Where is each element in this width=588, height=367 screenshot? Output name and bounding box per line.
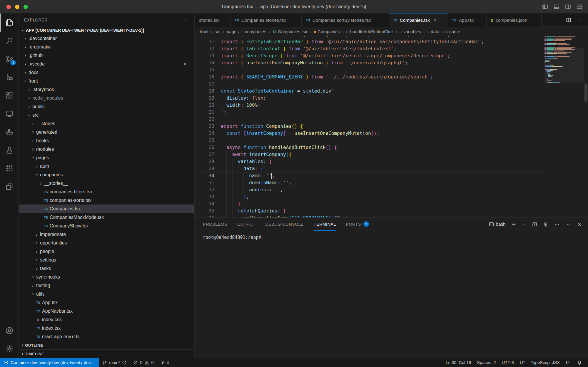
tree-item-utils[interactable]: ›utils — [19, 290, 194, 298]
split-editor-icon[interactable] — [566, 17, 572, 23]
activity-item-layers[interactable] — [0, 177, 19, 196]
activity-item-explorer[interactable] — [0, 14, 19, 32]
customize-layout-icon[interactable] — [576, 4, 583, 10]
tab-app-tsx[interactable]: TSApp.tsx — [448, 14, 487, 27]
close-tab-icon[interactable]: × — [433, 18, 436, 23]
tree-item-github[interactable]: ›.github — [19, 51, 194, 60]
ports-indicator[interactable]: 4 — [157, 358, 172, 367]
tab-companies-stories-tsx[interactable]: TSCompanies.stories.tsx — [230, 14, 302, 27]
toggle-primary-sidebar-icon[interactable] — [542, 4, 548, 10]
split-terminal-icon[interactable] — [532, 222, 537, 227]
close-window-button[interactable] — [6, 5, 11, 9]
tree-item-hooks[interactable]: ›hooks — [19, 136, 194, 145]
breadcrumb-item-front[interactable]: front — [200, 29, 208, 34]
breadcrumb-item-src[interactable]: src — [215, 29, 220, 34]
activity-item-accounts[interactable] — [0, 321, 19, 340]
breadcrumb-item-name[interactable]: □name — [445, 29, 460, 34]
workspace-section-header[interactable]: › APP [CONTAINER DEV-TWENTY-DEV (DEV-TWE… — [19, 26, 194, 34]
tree-item-storybook[interactable]: ›.storybook — [19, 85, 194, 94]
cursor-position[interactable]: Ln 30, Col 19 — [443, 358, 474, 367]
toggle-secondary-sidebar-icon[interactable] — [565, 4, 571, 10]
breadcrumb-item-data[interactable]: □data — [427, 29, 439, 34]
tree-item-tasks[interactable]: ›tasks — [19, 264, 194, 273]
editor-more-actions-icon[interactable] — [577, 17, 583, 23]
activity-item-search[interactable] — [0, 32, 19, 50]
eol-setting[interactable]: LF — [517, 358, 528, 367]
tree-item-vscode[interactable]: ›.vscode — [19, 60, 194, 68]
breadcrumb-item-companies[interactable]: companies — [245, 29, 266, 34]
tab-stories-tsx[interactable]: stories.tsx — [195, 14, 230, 27]
close-panel-icon[interactable] — [577, 222, 582, 227]
tab-companies-json[interactable]: {}companies.json — [487, 14, 542, 27]
tree-item-src[interactable]: ›src — [19, 111, 194, 119]
explorer-more-actions-icon[interactable] — [183, 17, 189, 23]
panel-tab-terminal[interactable]: TERMINAL — [314, 218, 336, 231]
toggle-panel-icon[interactable] — [553, 4, 560, 10]
tree-item-stories[interactable]: ›__stories__ — [19, 179, 194, 187]
tree-item-companyshow-tsx[interactable]: TSCompanyShow.tsx — [19, 222, 194, 230]
tree-item-devcontainer[interactable]: ›.devcontainer — [19, 34, 194, 43]
activity-item-source-control[interactable]: 1 — [0, 50, 19, 68]
activity-item-grid[interactable] — [0, 159, 19, 177]
tree-item-impersonate[interactable]: ›impersonate — [19, 230, 194, 239]
tree-item-index-tsx[interactable]: TSindex.tsx — [19, 324, 194, 332]
problems-indicator[interactable]: 0 0 — [130, 358, 156, 367]
tree-item-settings[interactable]: ›settings — [19, 256, 194, 264]
zoom-window-button[interactable] — [24, 5, 28, 9]
tree-item-generated[interactable]: ›generated — [19, 128, 194, 136]
terminal-instance-bash[interactable]: bash — [489, 222, 505, 227]
breadcrumb-item-companies-tsx[interactable]: TSCompanies.tsx — [272, 29, 307, 34]
tree-item-companies-sorts-tsx[interactable]: TScompanies-sorts.tsx — [19, 196, 194, 205]
title-bar[interactable]: Companies.tsx — app [Container dev-twent… — [0, 0, 588, 14]
notifications-item[interactable] — [574, 358, 585, 367]
tree-item-docs[interactable]: ›docs — [19, 68, 194, 77]
tree-item-react-app-env-d-ts[interactable]: TSreact-app-env.d.ts — [19, 332, 194, 341]
tree-item-sync-hooks[interactable]: ›sync-hooks — [19, 273, 194, 281]
panel-tab-debug-console[interactable]: DEBUG CONSOLE — [265, 218, 303, 231]
new-terminal-icon[interactable] — [511, 222, 517, 227]
panel-more-actions-icon[interactable] — [554, 222, 560, 227]
tree-item-opportunities[interactable]: ›opportunities — [19, 239, 194, 247]
git-branch[interactable]: main* — [99, 358, 130, 367]
tree-item-node-modules[interactable]: ›node_modules — [19, 94, 194, 102]
activity-item-remote-explorer[interactable] — [0, 105, 19, 123]
remote-indicator[interactable]: Container dev-twenty-dev (dev-twenty-dev… — [0, 358, 99, 367]
breadcrumb-item-pages[interactable]: pages — [227, 29, 239, 34]
tree-item-companies-filters-tsx[interactable]: TScompanies-filters.tsx — [19, 187, 194, 196]
terminal[interactable]: root@0a4ecd84891:/app# — [195, 231, 588, 241]
tree-item-ergomake[interactable]: ›.ergomake — [19, 43, 194, 51]
tree-item-companies[interactable]: ›companies — [19, 170, 194, 179]
code-editor[interactable]: 1011121314151617181920212223242526272829… — [195, 36, 588, 217]
tree-item-people[interactable]: ›people — [19, 247, 194, 256]
maximize-panel-icon[interactable] — [565, 222, 571, 227]
activity-item-testing[interactable] — [0, 141, 19, 159]
terminal-dropdown-icon[interactable] — [522, 222, 526, 226]
activity-item-run-and-debug[interactable] — [0, 68, 19, 86]
activity-item-docker[interactable] — [0, 123, 19, 141]
tree-item-index-css[interactable]: #index.css — [19, 315, 194, 324]
encoding-setting[interactable]: UTF-8 — [499, 358, 517, 367]
editor-layout-item[interactable] — [563, 358, 574, 367]
activity-item-manage[interactable] — [0, 340, 19, 358]
tree-item-front[interactable]: ›front — [19, 77, 194, 85]
tree-item-app-tsx[interactable]: TSApp.tsx — [19, 298, 194, 307]
indentation-setting[interactable]: Spaces: 2 — [474, 358, 499, 367]
minimap-slider[interactable] — [544, 48, 584, 83]
editor-scrollbar[interactable] — [584, 36, 588, 217]
activity-item-extensions[interactable] — [0, 86, 19, 105]
tree-item-auth[interactable]: ›auth — [19, 162, 194, 170]
tree-item-pages[interactable]: ›pages — [19, 153, 194, 162]
tab-companies-tsx[interactable]: TSCompanies.tsx× — [389, 14, 448, 27]
outline-section[interactable]: › OUTLINE — [19, 341, 194, 349]
panel-tab-output[interactable]: OUTPUT — [237, 218, 255, 231]
tree-item-modules[interactable]: ›modules — [19, 145, 194, 153]
tree-item-public[interactable]: ›public — [19, 102, 194, 111]
panel-tab-ports[interactable]: PORTS1 — [346, 218, 369, 231]
minimize-window-button[interactable] — [15, 5, 19, 9]
tree-item-appnavbar-tsx[interactable]: TSAppNavbar.tsx — [19, 307, 194, 315]
kill-terminal-icon[interactable] — [543, 222, 549, 227]
scrollbar-handle[interactable] — [584, 83, 587, 102]
tab-companies-sortby-stories-tsx[interactable]: TSCompanies.sortBy.stories.tsx — [302, 14, 389, 27]
tree-item-companies-tsx[interactable]: TSCompanies.tsx — [19, 205, 194, 213]
tree-item-testing[interactable]: ›testing — [19, 281, 194, 290]
